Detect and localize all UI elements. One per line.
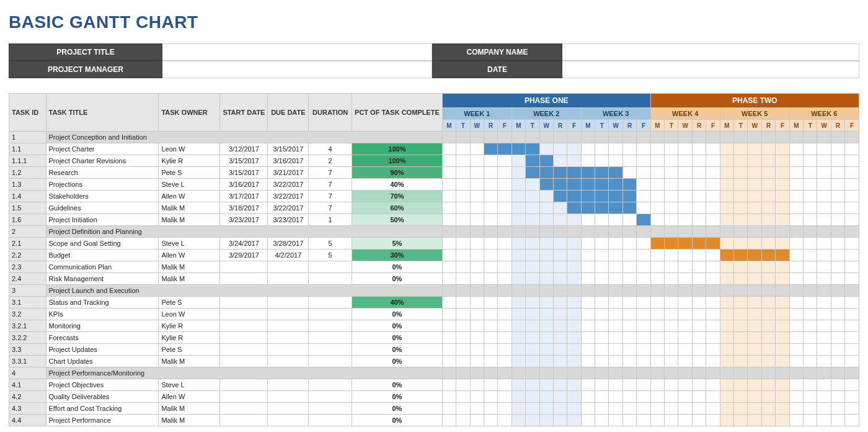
gantt-cell[interactable] [817,155,831,167]
gantt-cell[interactable] [650,332,664,344]
gantt-cell[interactable] [623,391,637,403]
gantt-cell[interactable] [567,391,581,403]
gantt-cell[interactable] [539,250,554,261]
task-row[interactable]: 1.1.1Project Charter RevisionsKylie R3/1… [9,155,859,167]
gantt-cell[interactable] [665,167,678,179]
gantt-cell[interactable] [761,320,775,332]
gantt-cell[interactable] [609,285,623,297]
gantt-cell[interactable] [609,143,623,155]
gantt-cell[interactable] [720,415,733,426]
gantt-cell[interactable] [567,344,581,356]
task-row[interactable]: 1.4StakeholdersAllen W3/17/20173/22/2017… [9,191,859,202]
gantt-cell[interactable] [734,285,748,297]
gantt-cell[interactable] [442,344,456,356]
gantt-cell[interactable] [554,308,567,320]
task-title-cell[interactable]: Project Performance [46,415,159,426]
gantt-cell[interactable] [804,391,817,403]
gantt-cell[interactable] [748,155,762,167]
gantt-cell[interactable] [706,320,720,332]
task-row[interactable]: 1.5GuidelinesMalik M3/18/20173/22/201776… [9,202,859,214]
task-owner-cell[interactable]: Pete S [159,167,220,179]
gantt-cell[interactable] [456,191,470,202]
pct-complete-cell[interactable]: 0% [352,391,443,403]
gantt-cell[interactable] [804,273,817,285]
gantt-cell[interactable] [720,261,733,273]
gantt-cell[interactable] [567,367,581,379]
gantt-cell[interactable] [845,143,859,155]
start-date-cell[interactable] [220,344,268,356]
gantt-cell[interactable] [692,167,706,179]
gantt-cell[interactable] [581,202,595,214]
gantt-cell[interactable] [831,250,844,261]
task-id-cell[interactable]: 1.1 [9,143,46,155]
gantt-cell[interactable] [692,344,706,356]
gantt-cell[interactable] [845,132,859,143]
gantt-cell[interactable] [442,238,456,250]
gantt-cell[interactable] [776,179,789,191]
gantt-cell[interactable] [761,391,775,403]
gantt-cell[interactable] [748,297,762,308]
gantt-cell[interactable] [623,179,637,191]
start-date-cell[interactable] [220,273,268,285]
gantt-cell[interactable] [665,367,678,379]
task-title-cell[interactable]: Communication Plan [46,261,159,273]
gantt-cell[interactable] [665,155,678,167]
gantt-cell[interactable] [442,415,456,426]
gantt-cell[interactable] [804,332,817,344]
gantt-cell[interactable] [720,285,733,297]
gantt-cell[interactable] [734,179,748,191]
gantt-cell[interactable] [789,415,803,426]
gantt-cell[interactable] [789,379,803,391]
gantt-cell[interactable] [845,179,859,191]
gantt-cell[interactable] [650,143,664,155]
gantt-cell[interactable] [539,391,554,403]
gantt-cell[interactable] [470,226,484,238]
due-date-cell[interactable]: 3/15/2017 [268,143,309,155]
gantt-cell[interactable] [637,155,650,167]
gantt-cell[interactable] [804,155,817,167]
gantt-cell[interactable] [678,367,693,379]
gantt-cell[interactable] [581,297,595,308]
gantt-cell[interactable] [609,308,623,320]
due-date-cell[interactable]: 3/28/2017 [268,238,309,250]
gantt-cell[interactable] [845,155,859,167]
gantt-cell[interactable] [526,379,539,391]
gantt-cell[interactable] [456,367,470,379]
task-owner-cell[interactable]: Leon W [159,143,220,155]
gantt-cell[interactable] [539,226,554,238]
gantt-cell[interactable] [609,238,623,250]
gantt-cell[interactable] [581,403,595,415]
gantt-cell[interactable] [692,403,706,415]
gantt-cell[interactable] [761,415,775,426]
task-title-cell[interactable]: KPIs [46,308,159,320]
gantt-cell[interactable] [456,391,470,403]
pct-complete-cell[interactable]: 0% [352,379,443,391]
gantt-cell[interactable] [692,391,706,403]
gantt-cell[interactable] [817,391,831,403]
gantt-cell[interactable] [706,332,720,344]
gantt-cell[interactable] [804,367,817,379]
gantt-cell[interactable] [734,297,748,308]
gantt-cell[interactable] [761,297,775,308]
gantt-cell[interactable] [817,308,831,320]
task-id-cell[interactable]: 1.2 [9,167,46,179]
gantt-cell[interactable] [665,297,678,308]
gantt-cell[interactable] [637,403,650,415]
gantt-cell[interactable] [761,285,775,297]
gantt-cell[interactable] [650,379,664,391]
gantt-cell[interactable] [845,356,859,367]
gantt-cell[interactable] [539,132,554,143]
pct-complete-cell[interactable]: 0% [352,308,443,320]
gantt-cell[interactable] [720,297,733,308]
gantt-cell[interactable] [817,179,831,191]
task-id-cell[interactable]: 2.2 [9,250,46,261]
gantt-cell[interactable] [526,202,539,214]
task-owner-cell[interactable]: Malik M [159,202,220,214]
gantt-cell[interactable] [831,143,844,155]
task-title-cell[interactable]: Scope and Goal Setting [46,238,159,250]
gantt-cell[interactable] [720,179,733,191]
pct-complete-cell[interactable]: 40% [352,179,443,191]
gantt-cell[interactable] [456,415,470,426]
section-row[interactable]: 1Project Conception and Initiation [9,132,859,143]
task-row[interactable]: 3.2KPIsLeon W0% [9,308,859,320]
